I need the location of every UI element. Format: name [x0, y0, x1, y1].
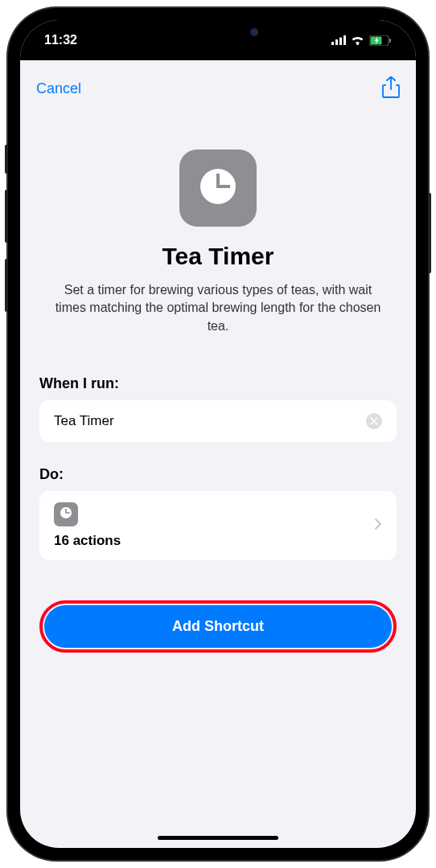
status-indicators: [331, 35, 392, 46]
actions-info: 16 actions: [54, 502, 121, 549]
clock-icon: [198, 166, 238, 210]
home-indicator[interactable]: [158, 836, 278, 840]
svg-rect-1: [335, 39, 338, 45]
svg-rect-7: [389, 39, 391, 43]
share-icon: [382, 89, 400, 101]
content-area: Tea Timer Set a timer for brewing variou…: [20, 109, 416, 669]
physical-buttons-right: [428, 193, 431, 273]
svg-rect-0: [331, 42, 334, 45]
clock-icon: [60, 506, 72, 522]
when-run-label: When I run:: [39, 375, 397, 392]
phone-screen: 11:32 Cancel: [20, 20, 416, 848]
wifi-icon: [351, 35, 364, 45]
cancel-button[interactable]: Cancel: [36, 80, 81, 97]
add-shortcut-button[interactable]: Add Shortcut: [44, 605, 392, 648]
shortcut-app-icon: [179, 149, 257, 227]
signal-icon: [331, 35, 346, 45]
actions-count: 16 actions: [54, 533, 121, 549]
status-time: 11:32: [44, 33, 77, 47]
share-button[interactable]: [382, 76, 400, 101]
notch: [138, 20, 298, 44]
add-shortcut-highlight: Add Shortcut: [39, 600, 397, 653]
nav-bar: Cancel: [20, 67, 416, 109]
phone-frame: 11:32 Cancel: [8, 8, 428, 860]
chevron-right-icon: [374, 518, 382, 534]
sheet-grabber-area: [20, 60, 416, 67]
shortcut-title: Tea Timer: [39, 243, 397, 270]
svg-rect-13: [66, 512, 70, 514]
shortcut-description: Set a timer for brewing various types of…: [39, 281, 397, 335]
svg-rect-2: [339, 38, 342, 46]
actions-mini-icon: [54, 502, 78, 526]
do-label: Do:: [39, 466, 397, 483]
svg-rect-3: [343, 35, 346, 45]
shortcut-name-input[interactable]: [54, 413, 366, 429]
physical-buttons-left: [5, 145, 8, 328]
svg-rect-10: [218, 185, 230, 188]
svg-point-4: [356, 43, 359, 45]
clear-input-button[interactable]: [366, 413, 382, 429]
battery-icon: [369, 35, 392, 46]
close-icon: [370, 416, 378, 428]
shortcut-name-row: [39, 400, 397, 442]
actions-row[interactable]: 16 actions: [39, 491, 397, 560]
